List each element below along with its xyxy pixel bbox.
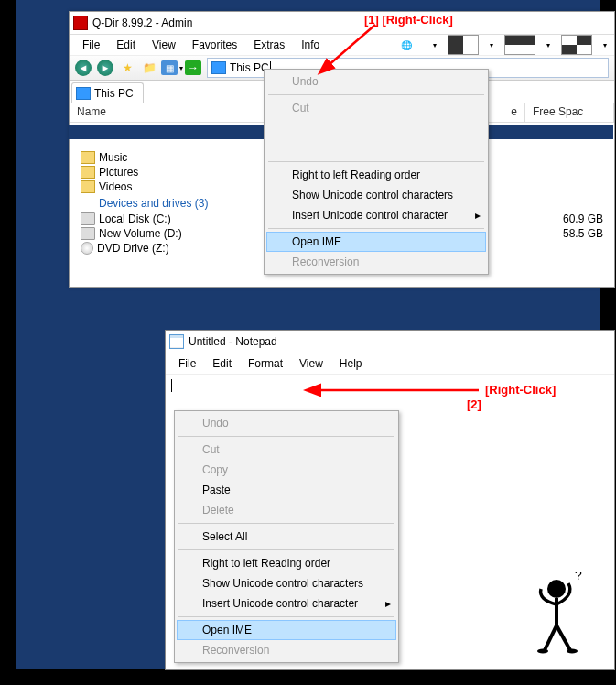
ctx-cut[interactable]: Cut: [266, 98, 486, 118]
ctx2-reconversion[interactable]: Reconversion: [177, 640, 396, 660]
menu-edit[interactable]: Edit: [109, 37, 143, 53]
ctx2-rtl[interactable]: Right to left Reading order: [177, 553, 396, 573]
nav-forward-button[interactable]: ►: [95, 58, 115, 78]
ctx2-insert-unicode[interactable]: Insert Unicode control character▸: [177, 593, 396, 614]
menu-favorites[interactable]: Favorites: [185, 37, 244, 53]
text-cursor: [171, 379, 172, 392]
layout-1-icon[interactable]: [448, 35, 479, 55]
drive-icon: [81, 212, 95, 225]
qdir-title: Q-Dir 8.99.2 - Admin: [92, 16, 192, 29]
annotation-1-arrow: [320, 20, 384, 78]
context-menu-2: Undo Cut Copy Paste Delete Select All Ri…: [174, 410, 399, 663]
ctx2-selectall[interactable]: Select All: [177, 527, 396, 547]
ctx-open-ime[interactable]: Open IME: [266, 232, 486, 252]
stickman-illustration: ?: [524, 572, 589, 658]
folder-icon[interactable]: 📁: [139, 58, 159, 78]
np-menu-view[interactable]: View: [292, 355, 330, 372]
menu-file[interactable]: File: [75, 37, 107, 53]
ctx2-cut[interactable]: Cut: [177, 440, 396, 460]
annotation-2-number: [2]: [467, 397, 481, 411]
notepad-title: Untitled - Notepad: [189, 335, 277, 348]
pc-icon: [211, 61, 226, 74]
svg-text:?: ?: [575, 572, 582, 582]
ctx-rtl[interactable]: Right to left Reading order: [266, 165, 486, 185]
folder-icon: [81, 180, 95, 193]
svg-line-0: [328, 25, 375, 66]
ctx2-show-unicode[interactable]: Show Unicode control characters: [177, 573, 396, 593]
layout-2-icon[interactable]: [504, 35, 535, 55]
np-menu-format[interactable]: Format: [241, 355, 290, 372]
ctx2-copy[interactable]: Copy: [177, 460, 396, 480]
ctx-reconversion[interactable]: Reconversion: [266, 252, 486, 272]
notepad-app-icon: [169, 334, 184, 349]
pc-icon: [76, 87, 91, 100]
svg-line-5: [557, 625, 570, 650]
go-button[interactable]: →: [185, 60, 201, 75]
annotation-2-arrow: [309, 383, 483, 400]
favorites-icon[interactable]: ★: [117, 58, 137, 78]
ctx-insert-unicode[interactable]: Insert Unicode control character▸: [266, 205, 486, 225]
tab-this-pc[interactable]: This PC: [71, 82, 144, 103]
ctx2-delete[interactable]: Delete: [177, 500, 396, 520]
nav-back-button[interactable]: ◄: [73, 58, 93, 78]
qdir-app-icon: [73, 16, 88, 30]
submenu-arrow-icon: ▸: [385, 597, 391, 610]
notepad-titlebar: Untitled - Notepad: [166, 331, 614, 353]
dvd-icon: [81, 242, 93, 255]
annotation-2-text: [Right-Click]: [485, 383, 556, 397]
ctx-show-unicode[interactable]: Show Unicode control characters: [266, 185, 486, 205]
col-free[interactable]: Free Spac: [525, 103, 614, 122]
svg-point-6: [537, 649, 548, 654]
submenu-arrow-icon: ▸: [475, 209, 481, 222]
notepad-menubar: File Edit Format View Help: [166, 353, 614, 375]
folder-icon: [81, 166, 95, 179]
ctx2-paste[interactable]: Paste: [177, 480, 396, 500]
layout-3-icon[interactable]: [561, 35, 592, 55]
ctx2-undo[interactable]: Undo: [177, 413, 396, 433]
ctx2-open-ime[interactable]: Open IME: [177, 620, 396, 640]
svg-point-7: [567, 649, 578, 654]
np-menu-edit[interactable]: Edit: [205, 355, 239, 372]
context-menu-1: Undo Cut Right to left Reading order Sho…: [264, 69, 489, 275]
drive-icon: [81, 227, 95, 240]
svg-point-2: [547, 580, 566, 598]
np-menu-file[interactable]: File: [171, 355, 203, 372]
menu-view[interactable]: View: [145, 37, 183, 53]
svg-line-4: [545, 625, 557, 650]
view-mode-icon[interactable]: ▦: [161, 60, 178, 75]
globe-icon[interactable]: 🌐: [391, 35, 422, 55]
annotation-1: [1] [Right-Click]: [364, 13, 453, 27]
np-menu-help[interactable]: Help: [332, 355, 370, 372]
menu-extras[interactable]: Extras: [246, 37, 292, 53]
folder-icon: [81, 151, 95, 164]
